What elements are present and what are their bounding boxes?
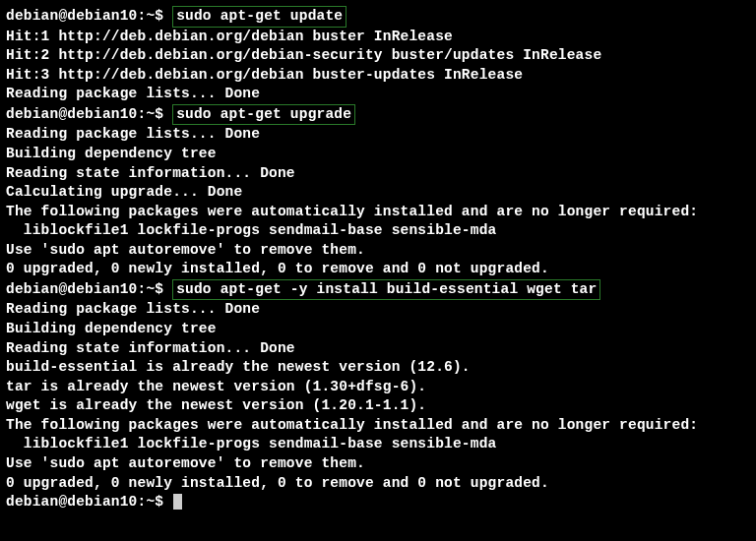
command-highlight: sudo apt-get update: [172, 6, 346, 28]
output-line: The following packages were automaticall…: [6, 416, 750, 436]
output-line: Calculating upgrade... Done: [6, 183, 750, 203]
output-line: Use 'sudo apt autoremove' to remove them…: [6, 241, 750, 261]
output-line: Reading package lists... Done: [6, 85, 750, 104]
prompt-line-current[interactable]: debian@debian10:~$: [6, 493, 750, 512]
output-line: Reading package lists... Done: [6, 125, 750, 145]
output-line: tar is already the newest version (1.30+…: [6, 378, 750, 397]
terminal-output: debian@debian10:~$ sudo apt-get update H…: [6, 6, 750, 512]
output-line: The following packages were automaticall…: [6, 203, 750, 222]
output-line: Building dependency tree: [6, 145, 750, 164]
prompt-line-2: debian@debian10:~$ sudo apt-get upgrade: [6, 104, 750, 126]
shell-prompt: debian@debian10:~$: [6, 8, 172, 24]
output-line: Hit:3 http://deb.debian.org/debian buste…: [6, 66, 750, 86]
shell-prompt: debian@debian10:~$: [6, 281, 172, 297]
shell-prompt: debian@debian10:~$: [6, 106, 172, 122]
output-line: liblockfile1 lockfile-progs sendmail-bas…: [6, 435, 750, 454]
output-line: Reading state information... Done: [6, 339, 750, 359]
shell-prompt: debian@debian10:~$: [6, 494, 172, 510]
prompt-line-3: debian@debian10:~$ sudo apt-get -y insta…: [6, 279, 750, 301]
output-line: Reading state information... Done: [6, 164, 750, 184]
command-highlight: sudo apt-get -y install build-essential …: [172, 279, 600, 301]
output-line: Hit:2 http://deb.debian.org/debian-secur…: [6, 46, 750, 66]
output-line: 0 upgraded, 0 newly installed, 0 to remo…: [6, 260, 750, 279]
command-highlight: sudo apt-get upgrade: [172, 104, 355, 126]
output-line: Building dependency tree: [6, 320, 750, 339]
prompt-line-1: debian@debian10:~$ sudo apt-get update: [6, 6, 750, 28]
output-line: Hit:1 http://deb.debian.org/debian buste…: [6, 28, 750, 47]
output-line: Reading package lists... Done: [6, 300, 750, 320]
output-line: wget is already the newest version (1.20…: [6, 396, 750, 416]
cursor-block: [173, 494, 182, 510]
output-line: build-essential is already the newest ve…: [6, 358, 750, 378]
output-line: Use 'sudo apt autoremove' to remove them…: [6, 454, 750, 474]
output-line: 0 upgraded, 0 newly installed, 0 to remo…: [6, 474, 750, 494]
output-line: liblockfile1 lockfile-progs sendmail-bas…: [6, 221, 750, 241]
